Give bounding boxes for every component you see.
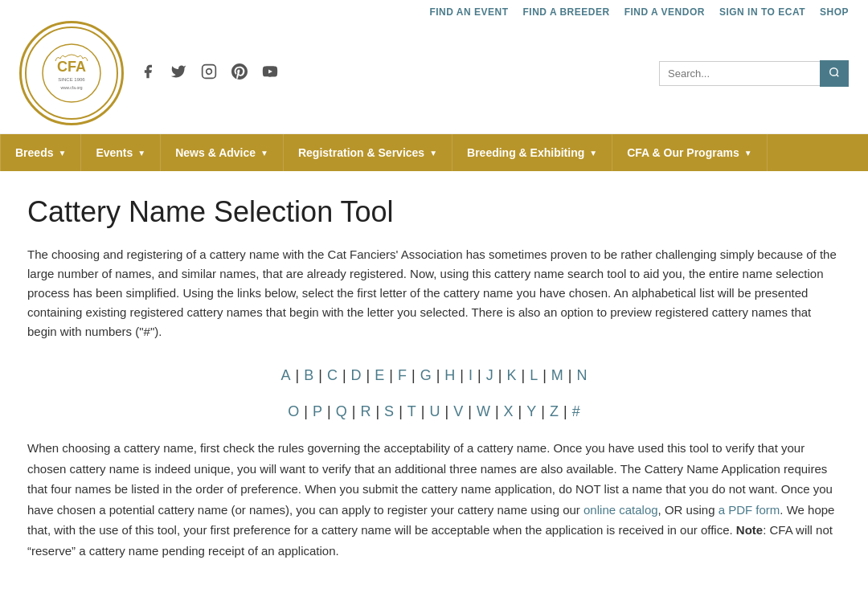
letter-link-l[interactable]: L <box>526 366 541 386</box>
search-area <box>659 60 849 87</box>
header: CFA SINCE 1906 www.cfa.org <box>0 21 868 134</box>
nav-registration[interactable]: Registration & Services ▼ <box>284 134 452 171</box>
letter-link-a[interactable]: A <box>277 366 293 386</box>
instagram-icon[interactable] <box>201 63 217 84</box>
note-label: Note <box>736 523 763 537</box>
letter-separator: | <box>541 366 548 386</box>
nav-breeds-label: Breeds <box>15 146 53 159</box>
letter-row-2: O | P | Q | R | S | T | U | V | W | X | … <box>27 402 841 422</box>
twitter-icon[interactable] <box>170 63 186 84</box>
letter-link-m[interactable]: M <box>548 366 567 386</box>
letter-link-e[interactable]: E <box>371 366 387 386</box>
svg-point-7 <box>830 67 837 75</box>
letter-link-s[interactable]: S <box>381 402 397 422</box>
letter-link-g[interactable]: G <box>417 366 435 386</box>
letter-link-y[interactable]: Y <box>523 402 539 422</box>
letter-separator: | <box>435 366 442 386</box>
social-icons <box>140 63 278 84</box>
nav-news-arrow: ▼ <box>260 149 268 157</box>
letter-separator: | <box>410 366 417 386</box>
search-button[interactable] <box>820 60 849 87</box>
logo-ring <box>25 27 118 120</box>
letter-link-u[interactable]: U <box>427 402 444 422</box>
letter-separator: | <box>302 402 309 422</box>
letter-link-#[interactable]: # <box>569 402 583 422</box>
shop-link[interactable]: SHOP <box>820 6 849 18</box>
letter-separator: | <box>539 402 547 422</box>
svg-line-8 <box>837 74 839 76</box>
letter-link-k[interactable]: K <box>503 366 519 386</box>
nav-news[interactable]: News & Advice ▼ <box>161 134 284 171</box>
nav-breeds[interactable]: Breeds ▼ <box>0 134 81 171</box>
letter-separator: | <box>444 402 451 422</box>
letter-link-t[interactable]: T <box>404 402 420 422</box>
search-input[interactable] <box>659 61 820 86</box>
letter-separator: | <box>374 402 381 422</box>
letter-link-j[interactable]: J <box>483 366 497 386</box>
letter-link-q[interactable]: Q <box>333 402 350 422</box>
letter-separator: | <box>350 402 358 422</box>
letter-separator: | <box>519 366 526 386</box>
nav-events-arrow: ▼ <box>137 149 145 157</box>
letter-separator: | <box>476 366 483 386</box>
pdf-form-link[interactable]: a PDF form <box>719 503 780 517</box>
nav-breeds-arrow: ▼ <box>58 149 66 157</box>
find-vendor-link[interactable]: FIND A VENDOR <box>624 6 705 18</box>
letter-separator: | <box>387 366 395 386</box>
letter-link-h[interactable]: H <box>441 366 458 386</box>
top-bar: FIND AN EVENT FIND A BREEDER FIND A VEND… <box>0 0 868 21</box>
nav-breeding-arrow: ▼ <box>589 149 597 157</box>
letter-link-c[interactable]: C <box>324 366 341 386</box>
letter-separator: | <box>420 402 427 422</box>
intro-paragraph: The choosing and registering of a catter… <box>27 245 841 341</box>
letter-link-z[interactable]: Z <box>547 402 562 422</box>
nav-news-label: News & Advice <box>175 146 256 159</box>
sign-in-link[interactable]: SIGN IN TO ECAT <box>719 6 805 18</box>
letter-link-p[interactable]: P <box>309 402 326 422</box>
nav-cfa-label: CFA & Our Programs <box>627 146 739 159</box>
letter-link-i[interactable]: I <box>465 366 476 386</box>
page-title: Cattery Name Selection Tool <box>27 195 841 229</box>
letter-separator: | <box>326 402 333 422</box>
letter-separator: | <box>341 366 348 386</box>
letter-link-w[interactable]: W <box>473 402 493 422</box>
nav-events-label: Events <box>96 146 133 159</box>
svg-rect-4 <box>203 64 216 78</box>
nav-registration-arrow: ▼ <box>429 149 437 157</box>
nav-registration-label: Registration & Services <box>298 146 424 159</box>
letter-link-x[interactable]: X <box>501 402 517 422</box>
letter-link-v[interactable]: V <box>450 402 466 422</box>
letter-link-o[interactable]: O <box>285 402 302 422</box>
letter-separator: | <box>293 366 301 386</box>
letter-separator: | <box>397 402 404 422</box>
youtube-icon[interactable] <box>262 63 278 84</box>
letter-row-1: A | B | C | D | E | F | G | H | I | J | … <box>27 366 841 386</box>
letter-separator: | <box>317 366 324 386</box>
letter-separator: | <box>458 366 465 386</box>
body-text-part2: , OR using <box>658 503 719 517</box>
logo-area: CFA SINCE 1906 www.cfa.org <box>19 21 278 125</box>
letter-separator: | <box>497 366 504 386</box>
letter-link-f[interactable]: F <box>395 366 410 386</box>
main-content: Cattery Name Selection Tool The choosing… <box>8 171 860 585</box>
letter-separator: | <box>365 366 372 386</box>
nav-breeding[interactable]: Breeding & Exhibiting ▼ <box>452 134 612 171</box>
letter-link-d[interactable]: D <box>348 366 365 386</box>
online-catalog-link[interactable]: online catalog <box>583 503 658 517</box>
find-event-link[interactable]: FIND AN EVENT <box>429 6 508 18</box>
letter-separator: | <box>493 402 501 422</box>
letter-link-n[interactable]: N <box>574 366 591 386</box>
letter-link-r[interactable]: R <box>357 402 374 422</box>
letter-link-b[interactable]: B <box>301 366 317 386</box>
letter-separator: | <box>517 402 524 422</box>
facebook-icon[interactable] <box>140 63 156 84</box>
nav-events[interactable]: Events ▼ <box>81 134 161 171</box>
find-breeder-link[interactable]: FIND A BREEDER <box>523 6 610 18</box>
pinterest-icon[interactable] <box>231 63 248 84</box>
letter-separator: | <box>466 402 473 422</box>
letter-separator: | <box>562 402 569 422</box>
nav-breeding-label: Breeding & Exhibiting <box>467 146 584 159</box>
nav-cfa[interactable]: CFA & Our Programs ▼ <box>612 134 767 171</box>
main-nav: Breeds ▼ Events ▼ News & Advice ▼ Regist… <box>0 134 868 171</box>
letter-separator: | <box>567 366 574 386</box>
